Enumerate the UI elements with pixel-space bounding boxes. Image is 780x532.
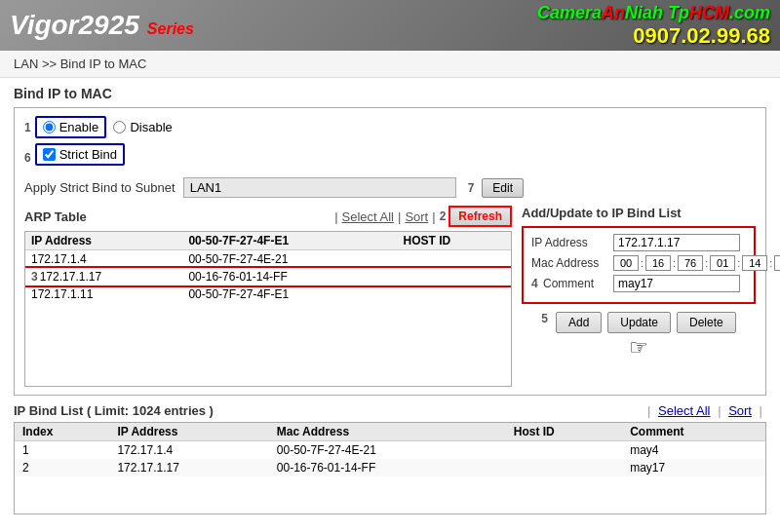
- subnet-input[interactable]: [183, 177, 456, 198]
- annotation-3: 3: [31, 270, 38, 284]
- comment-row: 4 Comment: [531, 275, 746, 292]
- arp-table: IP Address 00-50-7F-27-4F-E1 HOST ID 172…: [25, 232, 511, 303]
- enable-radio-label[interactable]: Enable: [35, 116, 106, 138]
- camera-text-green: Camera: [537, 3, 602, 22]
- arp-row-1-host: [398, 250, 511, 269]
- bind-table: Index IP Address Mac Address Host ID Com…: [15, 423, 765, 476]
- mac-octet-6[interactable]: [774, 255, 780, 271]
- subnet-label: Apply Strict Bind to Subnet: [24, 180, 176, 195]
- bind-row-2-index: 2: [15, 459, 109, 476]
- header-brand: CameraAnNiah TpHCM.com 0907.02.99.68: [537, 3, 770, 49]
- header: Vigor2925 Series CameraAnNiah TpHCM.com …: [0, 0, 780, 51]
- annotation-1: 1: [24, 121, 31, 134]
- disable-radio[interactable]: [113, 121, 126, 133]
- edit-button[interactable]: Edit: [482, 178, 524, 198]
- bind-table-header-row: Index IP Address Mac Address Host ID Com…: [15, 423, 765, 441]
- logo: Vigor2925 Series: [10, 10, 194, 41]
- bind-row-1-index: 1: [15, 441, 109, 460]
- arp-col-host: HOST ID: [398, 232, 511, 250]
- subnet-row: Apply Strict Bind to Subnet 7 Edit: [24, 177, 756, 198]
- vigor-text: Vigor: [10, 10, 79, 41]
- arp-row-3-host: [398, 285, 511, 303]
- arp-col-ip: IP Address: [25, 232, 182, 250]
- bind-col-host: Host ID: [506, 423, 622, 441]
- delete-button[interactable]: Delete: [677, 312, 736, 333]
- arp-row-1-ip: 172.17.1.4: [25, 250, 182, 269]
- comment-label: 4 Comment: [531, 277, 609, 290]
- bind-row-1-ip: 172.17.1.4: [109, 441, 268, 460]
- arp-title: ARP Table: [24, 209, 87, 224]
- mac-octet-2[interactable]: [645, 255, 671, 271]
- mac-octet-4[interactable]: [710, 255, 735, 271]
- ip-address-label: IP Address: [531, 236, 609, 249]
- bind-row-1-mac: 00-50-7F-27-4E-21: [269, 441, 506, 460]
- settings-box: 1 Enable Disable 6 Strict Bind Apply Str…: [14, 107, 766, 396]
- bind-row-2[interactable]: 2 172.17.1.17 00-16-76-01-14-FF may17: [15, 459, 765, 476]
- camera-text-red: An: [602, 3, 625, 22]
- arp-row-3[interactable]: 172.17.1.11 00-50-7F-27-4F-E1: [25, 285, 511, 303]
- arp-row-2[interactable]: 3172.17.1.17 00-16-76-01-14-FF: [25, 268, 511, 285]
- strict-bind-text: Strict Bind: [59, 147, 117, 162]
- add-update-title: Add/Update to IP Bind List: [522, 206, 756, 220]
- bind-table-container[interactable]: Index IP Address Mac Address Host ID Com…: [14, 422, 766, 514]
- annotation-5: 5: [541, 312, 548, 333]
- comment-input[interactable]: [613, 275, 740, 292]
- bind-select-all-link[interactable]: Select All: [658, 403, 710, 418]
- annotation-6: 6: [24, 151, 31, 165]
- arp-panel: ARP Table | Select All | Sort | 2 Refres…: [24, 206, 512, 387]
- bind-col-ip: IP Address: [109, 423, 268, 441]
- arp-row-1-mac: 00-50-7F-27-4E-21: [182, 250, 397, 269]
- breadcrumb: LAN >> Bind IP to MAC: [0, 51, 780, 78]
- disable-label: Disable: [130, 120, 172, 134]
- refresh-button[interactable]: Refresh: [448, 206, 512, 227]
- bind-row-2-comment: may17: [622, 459, 765, 476]
- series-text: Series: [147, 20, 194, 38]
- arp-actions: | Select All | Sort | 2 Refresh: [331, 206, 512, 227]
- arp-row-1[interactable]: 172.17.1.4 00-50-7F-27-4E-21: [25, 250, 511, 269]
- model-text: 2925: [79, 10, 139, 41]
- disable-radio-label[interactable]: Disable: [113, 120, 172, 134]
- arp-row-2-host: [398, 268, 511, 285]
- update-button[interactable]: Update: [607, 312, 671, 333]
- annotation-7: 7: [468, 181, 475, 195]
- bind-sort-link[interactable]: Sort: [728, 403, 752, 418]
- phone-number: 0907.02.99.68: [537, 23, 770, 49]
- bind-list-title: IP Bind List ( Limit: 1024 entries ): [14, 403, 214, 418]
- add-button[interactable]: Add: [556, 312, 602, 333]
- arp-header: ARP Table | Select All | Sort | 2 Refres…: [24, 206, 512, 227]
- camera-text-red2: HCM: [689, 3, 729, 22]
- bind-row-2-host: [506, 459, 622, 476]
- bind-row-2-ip: 172.17.1.17: [109, 459, 268, 476]
- enable-label: Enable: [59, 120, 98, 134]
- bind-row-1-host: [506, 441, 622, 460]
- bind-col-index: Index: [15, 423, 109, 441]
- main-content: Bind IP to MAC 1 Enable Disable 6 Strict…: [0, 78, 780, 522]
- strict-bind-checkbox[interactable]: [43, 148, 56, 161]
- mac-inputs: : : : : :: [613, 255, 780, 271]
- arp-sort-link[interactable]: Sort: [405, 209, 428, 224]
- mac-octet-1[interactable]: [613, 255, 639, 271]
- mac-octet-5[interactable]: [742, 255, 767, 271]
- arp-header-row: IP Address 00-50-7F-27-4F-E1 HOST ID: [25, 232, 511, 250]
- arp-col-mac: 00-50-7F-27-4F-E1: [182, 232, 397, 250]
- enable-radio[interactable]: [43, 121, 56, 133]
- bind-list-section: IP Bind List ( Limit: 1024 entries ) | S…: [14, 403, 766, 514]
- camera-text-green2: Niah Tp: [625, 3, 689, 22]
- arp-row-2-mac: 00-16-76-01-14-FF: [182, 268, 397, 285]
- bind-list-header: IP Bind List ( Limit: 1024 entries ) | S…: [14, 403, 766, 418]
- mac-address-label: Mac Address: [531, 256, 609, 270]
- bind-row-1[interactable]: 1 172.17.1.4 00-50-7F-27-4E-21 may4: [15, 441, 765, 460]
- arp-row-2-ip: 3172.17.1.17: [25, 268, 182, 285]
- mac-octet-3[interactable]: [678, 255, 703, 271]
- bind-col-mac: Mac Address: [269, 423, 506, 441]
- ip-address-row: IP Address: [531, 234, 746, 251]
- page-title: Bind IP to MAC: [14, 86, 766, 101]
- arp-table-container[interactable]: IP Address 00-50-7F-27-4F-E1 HOST ID 172…: [24, 231, 512, 387]
- ip-address-input[interactable]: [613, 234, 740, 251]
- strict-bind-label[interactable]: Strict Bind: [35, 143, 125, 166]
- bind-row-2-mac: 00-16-76-01-14-FF: [269, 459, 506, 476]
- arp-select-all-link[interactable]: Select All: [342, 209, 394, 224]
- add-update-box: IP Address Mac Address : : :: [522, 226, 756, 304]
- two-col-layout: ARP Table | Select All | Sort | 2 Refres…: [24, 206, 756, 387]
- bind-list-actions: | Select All | Sort |: [644, 403, 766, 418]
